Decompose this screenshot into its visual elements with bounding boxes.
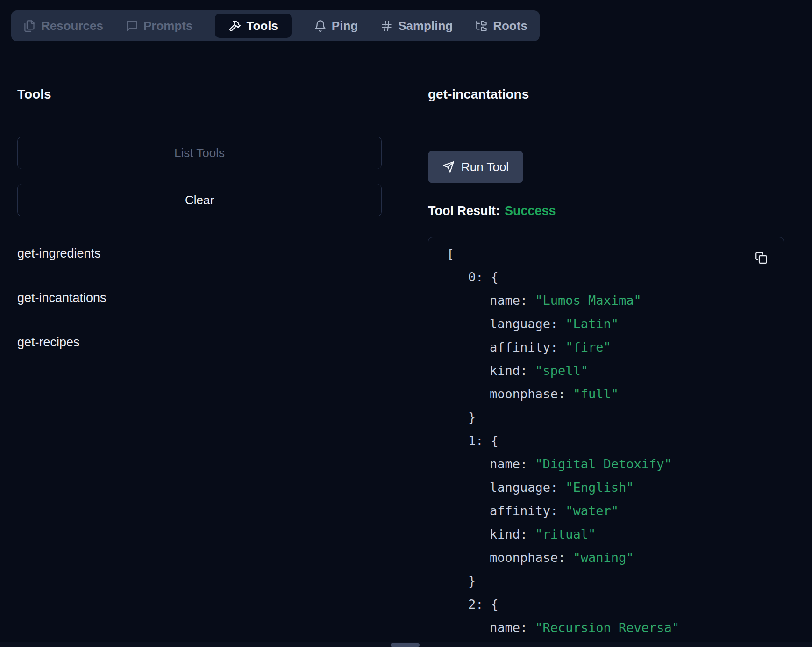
tab-roots[interactable]: Roots [475,20,527,32]
message-square-icon [126,20,138,32]
json-entry-header: 1:{ [468,429,784,453]
list-tools-button[interactable]: List Tools [17,137,382,169]
json-row: moonphase:"waning" [490,546,784,569]
json-close-brace: } [468,406,784,429]
tools-panel-title: Tools [17,87,382,102]
folder-tree-icon [475,20,488,32]
json-row: kind:"ritual" [490,523,784,546]
tool-item-get-recipes[interactable]: get-recipes [17,335,80,349]
tab-label: Resources [41,20,103,32]
json-close-brace: } [468,569,784,593]
copy-button[interactable] [755,252,768,264]
json-object-level: name:"Lumos Maxima" language:"Latin" aff… [483,289,784,406]
clear-button[interactable]: Clear [17,184,382,216]
run-tool-button[interactable]: Run Tool [428,151,523,183]
json-result-panel: [ 0:{ name:"Lumos Maxima" language:"Lati… [428,237,784,647]
bell-icon [314,20,327,32]
tab-tools[interactable]: Tools [215,14,291,38]
tool-item-get-incantations[interactable]: get-incantations [17,291,107,305]
json-row: affinity:"water" [490,499,784,523]
tab-sampling[interactable]: Sampling [380,20,453,32]
tools-panel: Tools List Tools Clear get-ingredients g… [17,87,382,380]
json-object-level: name:"Digital Detoxify" language:"Englis… [483,453,784,569]
tab-bar: Resources Prompts Tools Ping [11,10,540,41]
tool-detail-title: get-incantations [428,87,784,102]
tab-label: Sampling [398,20,453,32]
files-icon [23,20,36,32]
tab-label: Prompts [143,20,192,32]
run-tool-label: Run Tool [461,160,509,174]
horizontal-scrollbar[interactable] [0,642,812,647]
tab-ping[interactable]: Ping [314,20,358,32]
copy-icon [755,252,768,264]
tab-resources[interactable]: Resources [23,20,103,32]
tab-label: Ping [332,20,358,32]
json-row: language:"Latin" [490,312,784,336]
hammer-icon [228,20,241,32]
horizontal-scrollbar-thumb[interactable] [391,643,420,647]
tool-detail-panel: get-incantations Run Tool Tool Result:Su… [428,87,784,647]
tab-label: Tools [246,20,278,32]
json-row: kind:"spell" [490,359,784,382]
tab-prompts[interactable]: Prompts [126,20,192,32]
json-row: moonphase:"full" [490,382,784,406]
hash-icon [380,20,393,32]
json-tree: [ 0:{ name:"Lumos Maxima" language:"Lati… [447,242,784,647]
tool-result-label: Tool Result: [428,204,500,218]
json-entry-header: 0:{ [468,266,784,289]
json-entry-header: 2:{ [468,593,784,616]
json-row: name:"Digital Detoxify" [490,453,784,476]
tab-label: Roots [493,20,527,32]
tool-result-status: Success [505,204,556,218]
json-row: language:"English" [490,476,784,499]
json-row: name:"Lumos Maxima" [490,289,784,312]
json-open-bracket: [ [447,242,784,266]
send-icon [442,161,455,173]
json-array-level: 0:{ name:"Lumos Maxima" language:"Latin"… [459,266,784,647]
tool-item-get-ingredients[interactable]: get-ingredients [17,246,101,260]
tool-result-line: Tool Result:Success [428,204,784,218]
tool-list: get-ingredients get-incantations get-rec… [17,246,382,349]
json-row: name:"Recursion Reversa" [490,616,784,640]
json-row: affinity:"fire" [490,336,784,359]
